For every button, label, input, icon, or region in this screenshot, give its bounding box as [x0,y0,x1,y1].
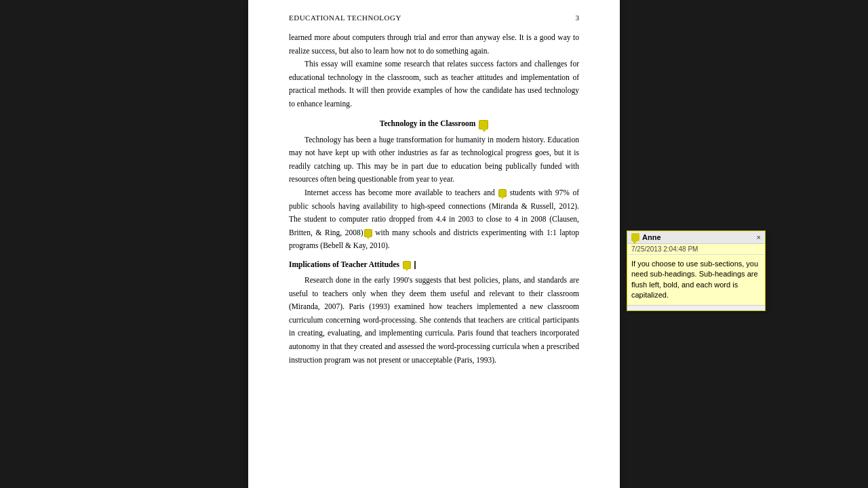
section2-para1: Research done in the early 1990's sugges… [289,274,579,367]
document-body: learned more about computers through tri… [289,31,579,367]
intro-para-2: This essay will examine some research th… [289,58,579,110]
page-header: EDUCATIONAL TECHNOLOGY 3 [289,14,579,22]
text-cursor [414,261,416,269]
comment-author-row: Anne [631,233,661,241]
comment-popup: Anne × 7/25/2013 2:04:48 PM If you choos… [627,230,766,311]
screen: EDUCATIONAL TECHNOLOGY 3 learned more ab… [0,0,868,488]
comment-close-button[interactable]: × [757,233,761,241]
section1-para1: Technology has been a huge transformatio… [289,134,579,186]
document-page: EDUCATIONAL TECHNOLOGY 3 learned more ab… [248,0,620,488]
comment-icon [631,233,639,241]
comment-author: Anne [642,233,661,241]
section2-heading: Implications of Teacher Attitudes [289,258,579,272]
document-title: EDUCATIONAL TECHNOLOGY [289,14,401,22]
comment-bubble-subheading[interactable] [403,261,411,269]
page-number: 3 [576,14,580,22]
comment-body: If you choose to use sub-sections, you n… [627,255,765,305]
section1-para2: Internet access has become more availabl… [289,186,579,253]
comment-date: 7/25/2013 2:04:48 PM [627,244,765,255]
comment-bubble-heading[interactable] [479,120,488,129]
comment-bubble-para2a[interactable] [498,189,507,197]
intro-para-1: learned more about computers through tri… [289,31,579,58]
section1-heading: Technology in the Classroom [289,117,579,131]
comment-bubble-para2b[interactable] [364,229,372,237]
comment-popup-header: Anne × [627,231,765,244]
comment-footer [627,305,765,310]
left-sidebar [79,0,248,488]
